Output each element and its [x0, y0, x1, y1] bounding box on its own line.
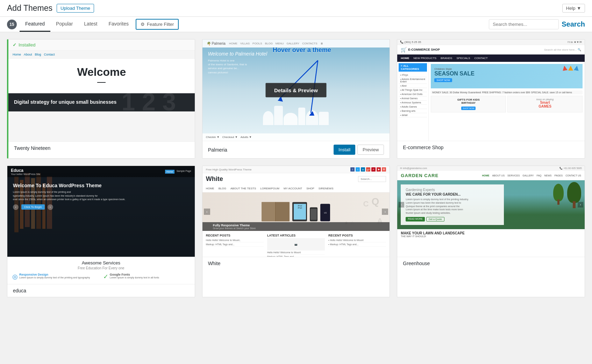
white-letter-c: C — [363, 199, 369, 209]
details-preview-overlay: Details & Preview — [266, 83, 326, 97]
upload-theme-button[interactable]: Upload Theme — [57, 4, 94, 13]
white-logo: White — [206, 175, 223, 183]
ecom-cat-1: • #Toys — [399, 73, 427, 77]
ecom-nav-new: NEW PRODUCTS — [413, 57, 436, 60]
palmeria-form-bar: Checkin ▼ Checkout ▼ Adults ▼ — [202, 133, 390, 141]
help-button[interactable]: Help ▼ — [562, 4, 585, 13]
gh-footer-content: MAKE YOUR LAWN AND LANDSCAPE THE WAY IT … — [397, 229, 585, 240]
white-search-input[interactable] — [358, 176, 386, 182]
ecom-social: f t in ★ ♥ ✉ — [568, 41, 582, 44]
educa-nav: Educa Your better WordPress Site Home Sa… — [7, 166, 195, 177]
white-name: White — [208, 261, 221, 266]
white-nav-lorem: LOREMIPOUM — [260, 187, 279, 190]
tab-latest[interactable]: Latest — [78, 17, 103, 32]
white-latest-articles: LATEST ARTICLES 📷 Hello Hello! Welcome t… — [267, 234, 325, 257]
ecom-card-birthday: GIFTS FOR KIDSBIRTHDAY SHOP NOW — [431, 96, 506, 112]
theme-card-white: Free High Quality WordPress Theme f t in… — [202, 166, 390, 297]
tab-featured[interactable]: Featured — [20, 17, 50, 32]
tab-favorites[interactable]: Favorites — [103, 17, 134, 32]
hover-label: Hover over a theme — [273, 46, 331, 54]
gh-prev-arrow[interactable]: ‹ — [399, 202, 404, 208]
tn-bottom-text: Digital strategy for unique small busine… — [14, 99, 189, 106]
gh-footer-subtitle: THE WAY IT SHOULD! — [401, 235, 581, 238]
gh-email: ✉ info@greendemo.com — [400, 167, 427, 170]
educa-logo-text: Educa — [11, 168, 23, 173]
ecom-logo: 🛒 E-COMMERCE SHOP — [401, 47, 440, 52]
palmeria-preview-button[interactable]: Preview — [357, 145, 384, 155]
ecom-promo-2: FREE SHIPPING: 7 fashion orders over $99 — [482, 91, 530, 94]
search-area: Search — [489, 19, 585, 29]
twitter-icon: t — [356, 167, 360, 172]
white-arrow-left[interactable]: ‹ — [204, 209, 210, 215]
educa-nav-links: Home Sample Page — [165, 170, 191, 174]
palmeria-city — [202, 97, 390, 125]
check-icon: ✓ — [13, 42, 16, 48]
white-slider-label: Fully Responsive Theme Grow your themes … — [202, 222, 390, 231]
white-lower: RECENT POSTS Hello Hello! Welcome to Mou… — [202, 231, 390, 257]
ecom-cat-3: • Abst — [399, 84, 427, 88]
educa-feature-2: ✓ Google Fonts Lorem Ipsum is simply dum… — [103, 273, 190, 281]
feature-filter-button[interactable]: ⚙ Feature Filter — [136, 19, 179, 30]
palmeria-install-button[interactable]: Install — [334, 145, 355, 155]
gh-read-more-btn[interactable]: READ MORE — [406, 217, 425, 221]
themes-count-badge: 15 — [7, 20, 17, 29]
ecom-cat-9: • Banning arts — [399, 109, 427, 113]
ecom-birthday-btn: SHOP NOW — [461, 107, 476, 110]
tn-welcome-text: Welcome — [14, 66, 189, 79]
educa-sample: Sample Page — [177, 170, 191, 174]
ecom-cat-5: • American Girl Dolls — [399, 92, 427, 96]
white-slider-sub: Grow your themes at Sketch your Store — [213, 227, 379, 230]
educa-name-bar: educa — [7, 284, 195, 297]
educa-hero-desc: Lorem Ipsum is simply dummy text of the … — [13, 190, 189, 202]
ecom-nav-specials: SPECIALS — [456, 57, 470, 60]
tn-content: Welcome — [8, 59, 195, 93]
palmeria-actions: Install Preview — [334, 145, 384, 155]
white-nav-blog: BLOG — [219, 187, 226, 190]
search-input[interactable] — [489, 19, 559, 29]
educa-hero-actions: ‹ Click To Begin › — [13, 204, 189, 210]
gh-gardening-label: Gardening Experts — [406, 188, 499, 192]
educa-feature-2-text: Google Fonts Lorem Ipsum is simply dummy… — [110, 273, 159, 279]
white-arrow-right[interactable]: › — [382, 209, 388, 215]
gh-nav-services: SERVICES — [507, 174, 520, 177]
white-recent-posts: RECENT POSTS Hello Hello! Welcome to Mou… — [206, 234, 264, 257]
theme-screenshot-ecommerce: 📞 (301) 5 25 35 f t in ★ ♥ ✉ 🛒 E-COMMERC… — [397, 39, 585, 141]
white-logo-bar: White — [202, 173, 390, 185]
ecom-cat-7: • Animous Systems — [399, 101, 427, 105]
gh-nav-contact: CONTACT US — [565, 174, 581, 177]
tn-dark-section: 1 2 34 5 6 78 9 10 Digital strategy for … — [8, 93, 195, 111]
educa-info-section: Awesome Services Free Education For Ever… — [7, 257, 195, 284]
tab-popular[interactable]: Popular — [50, 17, 78, 32]
palmeria-desc: Palmeria Hotel is oneof the towns of San… — [208, 59, 384, 74]
ecom-phone: 📞 (301) 5 25 35 — [400, 41, 421, 44]
tn-nav-link4: Contact — [44, 53, 55, 56]
educa-feature-1-text: Responsive Design Lorem Ipsum is simply … — [19, 273, 90, 279]
white-nav-sirenews: SIRENEWS — [319, 187, 334, 190]
white-recent-posts-2: RECENT POSTS • Hello Hello! Welcome to M… — [328, 234, 386, 257]
white-free-label: Free High Quality WordPress Theme — [206, 168, 252, 171]
palmeria-logo: 🌴 Palmeria — [207, 42, 226, 45]
educa-awesome: Awesome Services — [12, 260, 190, 265]
greenhouse-name-bar: Greenhouse — [397, 257, 585, 270]
ecom-cat-2: • Adores Entertainment Entert — [399, 77, 427, 84]
gh-tree-2 — [553, 184, 564, 205]
white-top-bar: Free High Quality WordPress Theme f t in… — [202, 166, 390, 173]
ecom-keep-playing: keep on playing — [510, 98, 580, 101]
white-nav-shop: SHOP — [306, 187, 314, 190]
gh-nav: HOME ABOUT US SERVICES GALLERY FAQ NEWS … — [482, 174, 581, 177]
gh-get-quote-btn[interactable]: Get a Quote — [426, 217, 444, 221]
educa-f2-title: Google Fonts — [110, 273, 159, 276]
feature-filter-label: Feature Filter — [147, 22, 174, 27]
white-recent-title-2: RECENT POSTS — [328, 234, 386, 237]
educa-hero-content: Welcome To Educa WordPress Theme Lorem I… — [7, 177, 195, 216]
search-label[interactable]: Search — [562, 20, 585, 28]
gh-nav-pages: PAGES — [555, 174, 563, 177]
ecom-smart-logo: SmartGAMES — [510, 101, 580, 108]
palmeria-nav-links: HOMEVILLASPOOLSBLOGMENUGALLERYCONTACTS — [229, 42, 318, 45]
white-nav-account: MY ACCOUNT — [284, 187, 302, 190]
themes-grid: ✓ Installed Home About Blog Contact Welc… — [0, 32, 592, 304]
tn-nav-link3: Blog — [35, 53, 41, 56]
educa-cta-btn[interactable]: Click To Begin — [21, 204, 45, 210]
ecom-nav-contact: CONTACT — [475, 57, 488, 60]
ecom-cards: GIFTS FOR KIDSBIRTHDAY SHOP NOW keep on … — [431, 96, 583, 112]
